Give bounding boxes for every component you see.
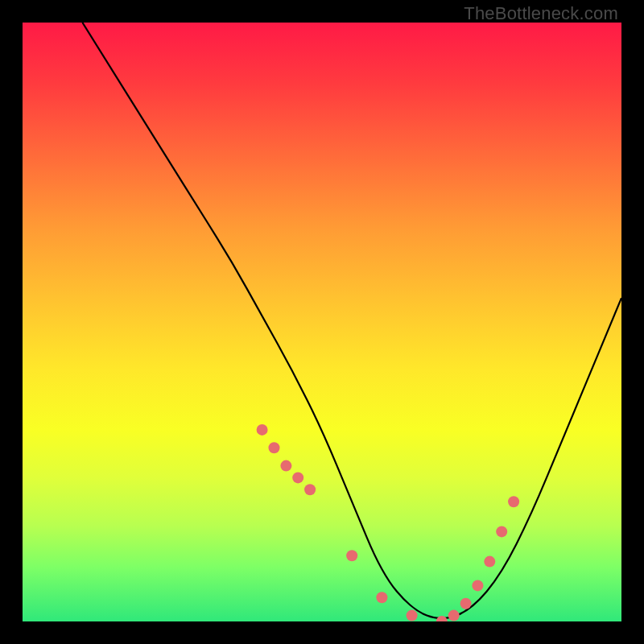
marker-dot [472, 580, 483, 591]
marker-dot [346, 550, 357, 561]
watermark-text: TheBottleneck.com [464, 3, 618, 24]
marker-dot [436, 616, 448, 621]
chart-frame [23, 23, 621, 621]
curve-layer [23, 23, 621, 621]
marker-dot [460, 598, 472, 609]
marker-dot [376, 592, 387, 603]
marker-dot [269, 442, 280, 453]
bottleneck-curve [82, 23, 621, 618]
marker-dot [448, 610, 460, 621]
marker-dot [304, 484, 316, 495]
marker-dot [484, 556, 495, 568]
marker-dot [407, 610, 418, 621]
marker-dot [292, 472, 303, 483]
marker-dot [496, 526, 507, 537]
marker-dots [257, 424, 519, 621]
marker-dot [280, 460, 291, 472]
marker-dot [508, 496, 519, 507]
marker-dot [257, 424, 268, 436]
